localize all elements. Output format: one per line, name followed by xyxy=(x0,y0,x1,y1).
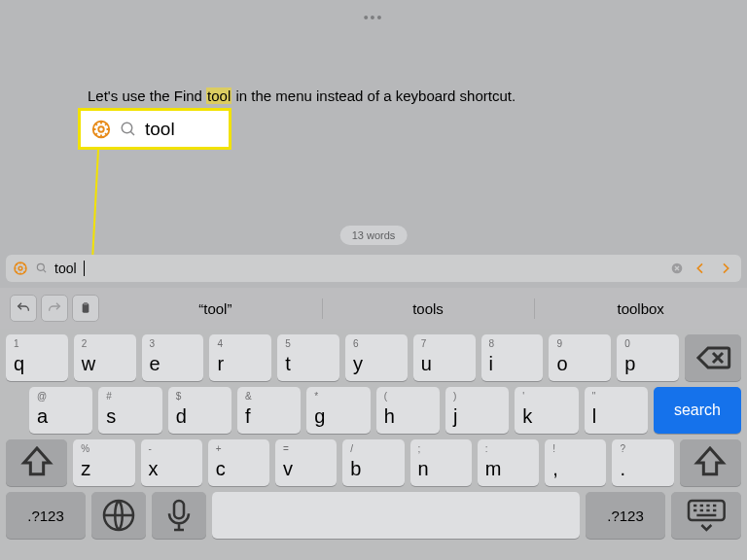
svg-point-2 xyxy=(122,122,132,133)
key-x[interactable]: -x xyxy=(141,439,202,486)
numbers-key-right[interactable]: .?123 xyxy=(586,492,665,539)
suggestion-2[interactable]: tools xyxy=(322,291,535,327)
key-k[interactable]: 'k xyxy=(515,387,578,434)
key-s[interactable]: #s xyxy=(98,387,161,434)
globe-key[interactable] xyxy=(91,492,146,539)
svg-rect-8 xyxy=(84,302,88,305)
key-l[interactable]: "l xyxy=(585,387,648,434)
numbers-key[interactable]: .?123 xyxy=(6,492,86,539)
key-i[interactable]: 8i xyxy=(481,334,544,381)
find-prev-button[interactable] xyxy=(691,261,710,276)
text-cursor xyxy=(84,261,85,276)
callout-connector xyxy=(91,150,99,266)
hide-keyboard-key[interactable] xyxy=(671,492,741,539)
search-icon xyxy=(120,121,137,138)
key-f[interactable]: &f xyxy=(237,387,301,434)
svg-point-4 xyxy=(18,266,22,270)
svg-rect-7 xyxy=(83,303,89,312)
key-j[interactable]: )j xyxy=(445,387,509,434)
find-input[interactable]: tool xyxy=(54,261,77,276)
key-t[interactable]: 5t xyxy=(277,334,339,381)
key-.[interactable]: ?. xyxy=(612,439,673,486)
page-indicator: ••• xyxy=(364,10,384,25)
document-text: Let's use the Find tool in the menu inst… xyxy=(88,88,516,104)
doc-text-before: Let's use the Find xyxy=(88,88,202,104)
key-b[interactable]: /b xyxy=(342,439,404,486)
svg-point-1 xyxy=(98,126,104,132)
key-c[interactable]: +c xyxy=(208,439,269,486)
suggestion-1[interactable]: “tool” xyxy=(109,291,322,327)
key-h[interactable]: (h xyxy=(376,387,440,434)
doc-text-after: in the menu instead of a keyboard shortc… xyxy=(235,88,516,104)
svg-rect-10 xyxy=(174,501,184,518)
search-icon xyxy=(35,262,49,275)
key-r[interactable]: 4r xyxy=(209,334,271,381)
clipboard-button[interactable] xyxy=(72,295,99,322)
key-w[interactable]: 2w xyxy=(74,334,136,381)
keyboard: 1q2w3e4r5t6y7u8i9o0p @a#s$d&f*g(h)j'k"ls… xyxy=(0,329,747,560)
key-m[interactable]: :m xyxy=(478,439,539,486)
key-e[interactable]: 3e xyxy=(142,334,204,381)
undo-button[interactable] xyxy=(10,295,37,322)
callout-query: tool xyxy=(145,119,175,140)
shift-key-right[interactable] xyxy=(680,439,741,486)
gear-icon xyxy=(90,119,112,140)
clear-button[interactable] xyxy=(669,261,685,276)
key-u[interactable]: 7u xyxy=(413,334,476,381)
suggestion-3[interactable]: toolbox xyxy=(534,291,747,327)
callout-search-zoom: tool xyxy=(78,108,231,150)
backspace-key[interactable] xyxy=(685,334,741,381)
find-bar: tool xyxy=(6,255,741,282)
redo-button[interactable] xyxy=(41,295,68,322)
key-q[interactable]: 1q xyxy=(6,334,68,381)
key-n[interactable]: ;n xyxy=(410,439,472,486)
key-v[interactable]: =v xyxy=(275,439,337,486)
key-z[interactable]: %z xyxy=(73,439,134,486)
key-,[interactable]: !, xyxy=(545,439,606,486)
dictation-key[interactable] xyxy=(152,492,206,539)
key-d[interactable]: $d xyxy=(168,387,231,434)
word-count-badge: 13 words xyxy=(340,226,408,245)
svg-point-5 xyxy=(37,263,44,270)
suggestion-bar: “tool” tools toolbox xyxy=(0,288,747,329)
search-key[interactable]: search xyxy=(654,387,741,434)
find-settings-button[interactable] xyxy=(12,260,29,277)
key-y[interactable]: 6y xyxy=(345,334,408,381)
key-a[interactable]: @a xyxy=(29,387,92,434)
find-next-button[interactable] xyxy=(716,261,735,276)
key-p[interactable]: 0p xyxy=(617,334,679,381)
key-g[interactable]: *g xyxy=(306,387,370,434)
shift-key-left[interactable] xyxy=(6,439,67,486)
doc-highlight: tool xyxy=(206,88,231,104)
key-o[interactable]: 9o xyxy=(549,334,611,381)
space-key[interactable] xyxy=(212,492,580,539)
